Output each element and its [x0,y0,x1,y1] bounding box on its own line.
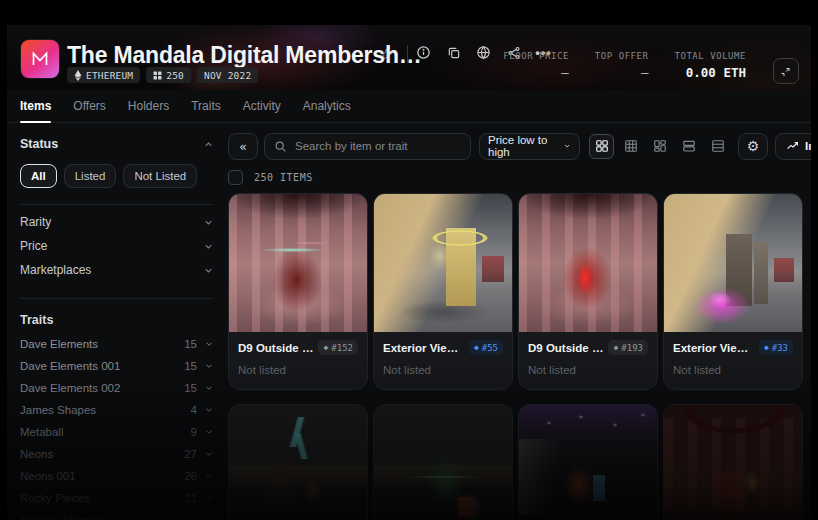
tab-label: Analytics [303,99,351,113]
tab-holders[interactable]: Holders [128,90,169,122]
trait-count: 9 [191,426,197,438]
trait-row[interactable]: Metaball 9 [20,421,214,443]
status-option-listed[interactable]: Listed [64,164,117,188]
trait-row[interactable]: Neons 001 26 [20,465,214,487]
nft-card[interactable] [663,404,803,520]
expand-arrow-icon [780,65,792,77]
mandala-m-icon [28,47,52,71]
nft-card[interactable]: D9 Outside Tank… ◆ #152 Not listed [228,193,368,390]
collection-page: The Mandala Digital Membersh… ☆ ••• [7,25,811,520]
trait-row[interactable]: Sabrina Monolith 16 [20,509,214,520]
nft-card[interactable]: Exterior View B21 8 ◆ #33 Not listed [663,193,803,390]
nft-image [229,194,367,332]
status-option-not-listed[interactable]: Not Listed [123,164,197,188]
view-masonry-button[interactable] [647,134,672,159]
trait-count: 27 [184,448,197,460]
tab-label: Offers [73,99,105,113]
sort-label: Price low to high [488,134,558,158]
listing-status: Not listed [383,364,503,376]
trait-name: Neons 001 [20,470,184,482]
chevron-down-icon [204,449,214,459]
trait-row[interactable]: Dave Elements 15 [20,333,214,355]
filter-label: Price [20,239,47,253]
trait-count: 26 [184,470,197,482]
trait-row[interactable]: Dave Elements 001 15 [20,355,214,377]
status-option-all[interactable]: All [20,164,57,188]
trait-row[interactable]: James Shapes 4 [20,399,214,421]
chevron-down-icon [203,217,214,228]
listing-status: Not listed [238,364,358,376]
chevron-down-icon [204,493,214,503]
filter-sections: Rarity Price Marketplaces [20,210,214,282]
trait-count: 16 [184,514,197,520]
filter-section-rarity[interactable]: Rarity [20,210,214,234]
rarity-badge: ◆ #193 [608,340,648,355]
items-toolbar: « Price low to high [228,132,811,160]
chevron-down-icon [204,515,214,520]
filters-sidebar: Status AllListedNot Listed Rarity Price … [7,123,228,520]
trait-row[interactable]: Neons 27 [20,443,214,465]
supply-badge: 250 [146,67,191,83]
trait-row[interactable]: Dave Elements 002 15 [20,377,214,399]
view-grid-small-button[interactable] [618,134,643,159]
view-grid-large-button[interactable] [589,134,614,159]
nft-name: D9 Outside Tank… [238,342,313,354]
trait-name: Dave Elements 002 [20,382,184,394]
expand-header-button[interactable] [773,58,799,84]
nft-card[interactable] [373,404,513,520]
mint-date-badge: NOV 2022 [197,67,258,83]
trait-name: Dave Elements [20,338,184,350]
tab-label: Items [20,99,51,113]
rarity-badge: ◆ #152 [318,340,358,355]
tab-analytics[interactable]: Analytics [303,90,351,122]
chevron-down-icon [204,427,214,437]
filter-label: Marketplaces [20,263,91,277]
tab-label: Activity [243,99,281,113]
view-dense-list-button[interactable] [705,134,730,159]
settings-gear-icon[interactable]: ⚙ [738,133,768,160]
search-input[interactable] [293,139,461,153]
tab-traits[interactable]: Traits [191,90,221,122]
nft-card[interactable] [518,404,658,520]
nft-image [664,405,802,520]
status-section-header[interactable]: Status [20,137,214,151]
trait-name: Dave Elements 001 [20,360,184,372]
filter-section-price[interactable]: Price [20,234,214,258]
status-label: Status [20,137,58,151]
rarity-rank: #193 [621,343,643,353]
nft-card[interactable]: D9 Outside Tank 6 ◆ #193 Not listed [518,193,658,390]
info-icon[interactable] [415,44,432,61]
nft-name: D9 Outside Tank 6 [528,342,603,354]
nft-card[interactable]: Exterior View B21 9 ◆ #55 Not listed [373,193,513,390]
nft-card[interactable] [228,404,368,520]
traits-section-label: Traits [20,313,214,327]
total-volume-stat: TOTAL VOLUME 0.00 ETH [674,51,746,80]
tab-offers[interactable]: Offers [73,90,105,122]
nft-image [374,194,512,332]
sort-dropdown[interactable]: Price low to high [479,133,580,160]
favorite-star-icon[interactable]: ☆ [379,45,393,64]
rarity-rank: #55 [482,343,498,353]
collection-title: The Mandala Digital Membersh… [67,42,422,69]
trait-list: Dave Elements 15 Dave Elements 001 15 Da… [20,333,214,520]
nft-image [519,194,657,332]
tab-items[interactable]: Items [20,90,51,122]
select-all-checkbox[interactable] [228,170,243,185]
chevron-down-icon [204,405,214,415]
filter-section-marketplaces[interactable]: Marketplaces [20,258,214,282]
ethereum-icon [74,70,82,81]
nft-name: Exterior View B21 8 [673,342,754,354]
view-list-button[interactable] [676,134,701,159]
trait-count: 4 [191,404,197,416]
search-bar [264,133,471,160]
website-globe-icon[interactable] [475,44,492,61]
collapse-sidebar-button[interactable]: « [228,133,258,160]
rarity-diamond-icon: ◆ [613,344,618,352]
chevron-down-icon [203,241,214,252]
tab-activity[interactable]: Activity [243,90,281,122]
trait-count: 15 [184,382,197,394]
nft-grid: D9 Outside Tank… ◆ #152 Not listed Exter… [228,193,808,520]
trait-row[interactable]: Rocky Pieces 11 [20,487,214,509]
insights-button[interactable]: Insights [775,133,811,160]
copy-icon[interactable] [445,44,462,61]
